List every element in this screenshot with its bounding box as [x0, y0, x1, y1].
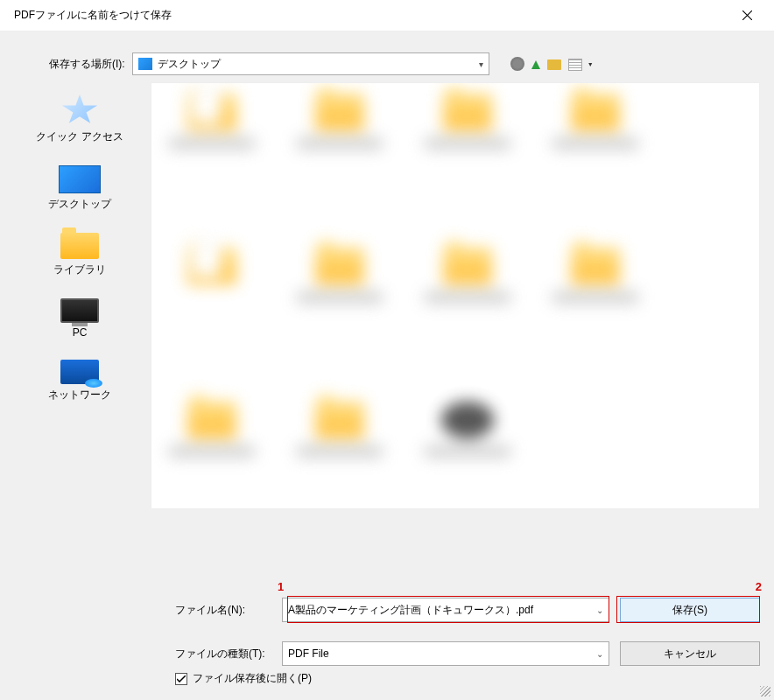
folder-icon	[443, 248, 492, 284]
resize-grip[interactable]	[760, 686, 770, 696]
sidebar-item-label: ネットワーク	[48, 388, 111, 402]
sidebar-library[interactable]: ライブラリ	[14, 226, 145, 284]
folder-icon	[315, 248, 364, 284]
files-grid	[157, 90, 754, 461]
chevron-down-icon: ▾	[479, 60, 483, 69]
sidebar-item-label: クイック アクセス	[36, 130, 123, 144]
folder-item[interactable]	[164, 402, 260, 458]
dialog-title: PDFファイルに名前をつけて保存	[14, 8, 172, 23]
desktop-icon	[138, 58, 152, 70]
close-button[interactable]	[727, 0, 767, 32]
folder-icon	[187, 248, 236, 284]
location-row: 保存する場所(I): デスクトップ ▾ ▼	[0, 32, 774, 79]
filetype-value: PDF File	[288, 648, 329, 660]
folder-icon	[315, 402, 364, 438]
folder-label	[296, 445, 383, 458]
back-icon[interactable]	[510, 57, 524, 71]
folder-item[interactable]	[164, 94, 260, 150]
pc-icon	[60, 298, 99, 323]
folder-item[interactable]	[164, 248, 260, 304]
sidebar-item-label: PC	[73, 326, 88, 339]
save-button[interactable]: 保存(S)	[620, 598, 760, 622]
open-after-save-label: ファイル保存後に開く(P)	[193, 671, 312, 686]
sidebar-pc[interactable]: PC	[14, 291, 145, 346]
chevron-down-icon: ⌄	[596, 649, 603, 659]
folder-item[interactable]	[419, 248, 516, 304]
folder-icon	[571, 94, 620, 130]
sidebar-item-label: デスクトップ	[48, 197, 111, 212]
body-area: クイック アクセス デスクトップ ライブラリ PC ネットワーク	[0, 79, 774, 584]
folder-item[interactable]	[292, 248, 388, 304]
file-item[interactable]	[419, 402, 516, 458]
up-folder-icon[interactable]	[531, 60, 540, 69]
folder-label	[424, 137, 511, 150]
form-area: 1 2 ファイル名(N): A製品のマーケティング計画（ドキュワークス）.pdf…	[0, 584, 774, 669]
folder-icon	[187, 402, 236, 438]
folder-label	[168, 291, 256, 304]
library-icon	[60, 233, 99, 259]
folder-item[interactable]	[547, 94, 644, 150]
folder-icon	[571, 248, 620, 284]
sidebar-quick-access[interactable]: クイック アクセス	[14, 88, 145, 151]
folder-icon	[187, 94, 236, 130]
open-after-save-row: ファイル保存後に開く(P)	[0, 669, 774, 700]
view-menu-icon[interactable]	[568, 59, 582, 71]
save-dialog: PDFファイルに名前をつけて保存 保存する場所(I): デスクトップ ▾ ▼ ク…	[0, 0, 774, 700]
folder-label	[296, 291, 383, 304]
folder-label	[552, 291, 639, 304]
folder-item[interactable]	[292, 402, 388, 458]
filename-value: A製品のマーケティング計画（ドキュワークス）.pdf	[288, 603, 533, 618]
new-folder-icon[interactable]	[547, 60, 561, 70]
folder-label	[424, 291, 511, 304]
network-icon	[60, 360, 99, 384]
folder-item[interactable]	[292, 94, 388, 150]
filetype-row: ファイルの種類(T): PDF File ⌄ キャンセル	[175, 641, 760, 666]
folder-label	[168, 137, 256, 150]
filetype-label: ファイルの種類(T):	[175, 647, 271, 662]
annotation-1: 1	[278, 580, 284, 593]
folder-icon	[443, 94, 492, 130]
folder-item[interactable]	[547, 248, 644, 304]
location-select[interactable]: デスクトップ ▾	[132, 52, 489, 75]
file-icon	[441, 402, 494, 438]
cancel-button[interactable]: キャンセル	[620, 641, 760, 666]
toolbar: ▼	[510, 57, 594, 71]
desktop-icon	[59, 165, 101, 193]
places-sidebar: クイック アクセス デスクトップ ライブラリ PC ネットワーク	[14, 79, 145, 584]
close-icon	[742, 10, 752, 20]
location-value: デスクトップ	[158, 57, 474, 72]
check-icon	[177, 676, 186, 682]
sidebar-desktop[interactable]: デスクトップ	[14, 158, 145, 219]
filename-label: ファイル名(N):	[175, 603, 271, 618]
sidebar-item-label: ライブラリ	[53, 262, 106, 277]
filetype-select[interactable]: PDF File ⌄	[282, 641, 609, 666]
sidebar-network[interactable]: ネットワーク	[14, 353, 145, 410]
title-bar: PDFファイルに名前をつけて保存	[0, 0, 774, 32]
view-dropdown-icon[interactable]: ▼	[588, 61, 594, 67]
open-after-save-checkbox[interactable]	[175, 673, 187, 685]
folder-item[interactable]	[419, 94, 516, 150]
filename-input[interactable]: A製品のマーケティング計画（ドキュワークス）.pdf ⌄	[282, 598, 609, 622]
file-label	[424, 445, 511, 458]
quick-access-icon	[61, 94, 98, 126]
chevron-down-icon[interactable]: ⌄	[596, 606, 603, 615]
folder-icon	[315, 94, 364, 130]
folder-label	[296, 137, 383, 150]
folder-label	[168, 445, 256, 458]
file-listing[interactable]	[151, 82, 760, 509]
annotation-2: 2	[756, 580, 762, 593]
filename-row: 1 2 ファイル名(N): A製品のマーケティング計画（ドキュワークス）.pdf…	[175, 598, 760, 622]
location-label: 保存する場所(I):	[49, 57, 125, 72]
folder-label	[552, 137, 639, 150]
